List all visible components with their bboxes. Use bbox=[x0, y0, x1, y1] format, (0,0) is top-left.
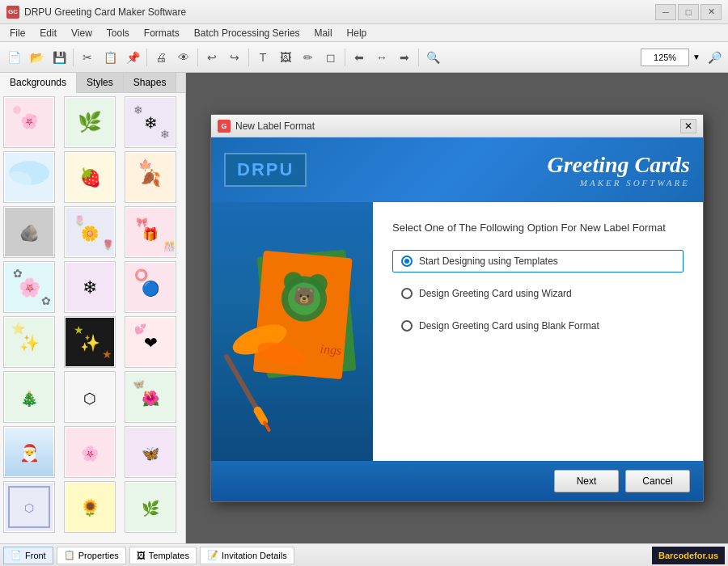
bg-thumb-21[interactable]: 🦋 bbox=[125, 426, 176, 478]
new-label-modal: G New Label Format ✕ DRPU Greeting Cards… bbox=[210, 114, 704, 502]
align-center[interactable]: ↔ bbox=[371, 47, 392, 68]
templates-label: Templates bbox=[149, 551, 189, 560]
bg-thumb-9[interactable]: 🎁 🎀 🎊 bbox=[125, 206, 176, 258]
text-button[interactable]: T bbox=[252, 47, 273, 68]
barcode-logo: Barcodefor.us bbox=[652, 547, 725, 564]
paste-button[interactable]: 📌 bbox=[122, 47, 143, 68]
svg-text:🌺: 🌺 bbox=[142, 390, 160, 408]
menu-file[interactable]: File bbox=[3, 26, 32, 40]
modal-footer: Next Cancel bbox=[211, 461, 703, 501]
minimize-button[interactable]: ─ bbox=[655, 4, 676, 20]
separator-3 bbox=[197, 49, 198, 66]
undo-button[interactable]: ↩ bbox=[201, 47, 222, 68]
title-bar: GC DRPU Greeting Card Maker Software ─ □… bbox=[0, 0, 728, 24]
svg-text:🦋: 🦋 bbox=[133, 378, 145, 390]
bg-thumb-23[interactable]: 🌻 bbox=[64, 481, 116, 533]
bg-thumb-15[interactable]: ❤ 💕 bbox=[125, 316, 176, 368]
radio-label-templates: Start Designing using Templates bbox=[419, 256, 558, 267]
menu-tools[interactable]: Tools bbox=[100, 26, 136, 40]
menu-bar: File Edit View Tools Formats Batch Proce… bbox=[0, 24, 728, 42]
banner-logo: DRPU bbox=[224, 153, 307, 187]
status-properties[interactable]: 📋 Properties bbox=[57, 547, 126, 564]
svg-text:🌿: 🌿 bbox=[142, 500, 160, 517]
shape-button[interactable]: ◻ bbox=[320, 47, 341, 68]
bg-thumb-13[interactable]: ✨ ⭐ bbox=[3, 316, 55, 368]
align-left[interactable]: ⬅ bbox=[349, 47, 370, 68]
menu-edit[interactable]: Edit bbox=[33, 26, 63, 40]
zoom-value[interactable]: 125% bbox=[641, 49, 689, 66]
bg-thumb-19[interactable]: 🎅 bbox=[3, 426, 55, 478]
redo-button[interactable]: ↪ bbox=[224, 47, 245, 68]
cancel-button[interactable]: Cancel bbox=[625, 470, 690, 492]
banner-sub-title: MAKER SOFTWARE bbox=[547, 178, 690, 188]
bg-thumb-6[interactable]: 🍂 🍁 bbox=[125, 151, 176, 203]
bg-thumb-7[interactable]: 🪨 bbox=[3, 206, 55, 258]
modal-close-button[interactable]: ✕ bbox=[680, 119, 696, 133]
close-button[interactable]: ✕ bbox=[700, 4, 722, 20]
bg-thumb-12[interactable]: 🔵 ⭕ bbox=[125, 261, 176, 313]
bg-thumb-20[interactable]: 🌸 bbox=[64, 426, 116, 478]
svg-text:⭕: ⭕ bbox=[134, 268, 149, 282]
modal-title-bar: G New Label Format ✕ bbox=[211, 115, 703, 137]
menu-help[interactable]: Help bbox=[341, 26, 374, 40]
next-button[interactable]: Next bbox=[554, 470, 619, 492]
bg-thumb-14[interactable]: ✨ ★ ★ bbox=[64, 316, 116, 368]
radio-circle-wizard bbox=[401, 288, 413, 299]
align-right[interactable]: ➡ bbox=[394, 47, 415, 68]
canvas-area: G New Label Format ✕ DRPU Greeting Cards… bbox=[186, 73, 728, 543]
save-button[interactable]: 💾 bbox=[49, 47, 70, 68]
radio-option-blank[interactable]: Design Greeting Card using Blank Format bbox=[392, 315, 684, 337]
menu-formats[interactable]: Formats bbox=[138, 26, 186, 40]
status-templates[interactable]: 🖼 Templates bbox=[129, 547, 197, 564]
new-button[interactable]: 📄 bbox=[3, 47, 24, 68]
status-front[interactable]: 📄 Front bbox=[3, 547, 53, 564]
svg-text:🌻: 🌻 bbox=[80, 498, 100, 517]
bg-thumb-16[interactable]: 🎄 bbox=[3, 371, 55, 423]
bg-thumb-5[interactable]: 🍓 bbox=[64, 151, 116, 203]
tab-shapes[interactable]: Shapes bbox=[124, 73, 177, 92]
zoom-in[interactable]: 🔍 bbox=[422, 47, 443, 68]
bg-thumb-22[interactable]: ⬡ bbox=[3, 481, 55, 533]
image-button[interactable]: 🖼 bbox=[275, 47, 296, 68]
bg-thumb-10[interactable]: 🌸 ✿ ✿ bbox=[3, 261, 55, 313]
radio-option-wizard[interactable]: Design Greeting Card using Wizard bbox=[392, 282, 684, 305]
bg-thumb-24[interactable]: 🌿 bbox=[125, 481, 176, 533]
status-invitation[interactable]: 📝 Invitation Details bbox=[200, 547, 294, 564]
svg-text:🌷: 🌷 bbox=[74, 214, 86, 226]
copy-button[interactable]: 📋 bbox=[99, 47, 121, 68]
menu-view[interactable]: View bbox=[65, 26, 99, 40]
draw-button[interactable]: ✏ bbox=[298, 47, 319, 68]
bg-thumb-1[interactable]: 🌸 bbox=[3, 96, 55, 148]
zoom-down-arrow[interactable]: ▼ bbox=[691, 53, 702, 61]
svg-text:🌸: 🌸 bbox=[81, 445, 99, 463]
modal-body: 🐻 ings bbox=[211, 202, 703, 461]
bg-thumb-18[interactable]: 🌺 🦋 bbox=[125, 371, 176, 423]
tab-styles[interactable]: Styles bbox=[77, 73, 124, 92]
svg-text:✿: ✿ bbox=[41, 294, 51, 307]
bg-thumb-11[interactable]: ❄ bbox=[64, 261, 116, 313]
panel-content: 🌸 🌿 ❄ ❄ ❄ bbox=[0, 93, 185, 543]
bg-thumb-2[interactable]: 🌿 bbox=[64, 96, 116, 148]
open-button[interactable]: 📂 bbox=[26, 47, 47, 68]
preview-button[interactable]: 👁 bbox=[173, 47, 194, 68]
banner-main-title: Greeting Cards bbox=[547, 152, 690, 178]
svg-text:★: ★ bbox=[74, 323, 84, 336]
bg-thumb-3[interactable]: ❄ ❄ ❄ bbox=[125, 96, 176, 148]
print-button[interactable]: 🖨 bbox=[150, 47, 171, 68]
svg-text:💕: 💕 bbox=[134, 323, 146, 335]
svg-text:✨: ✨ bbox=[19, 333, 40, 353]
bg-thumb-17[interactable]: ⬡ bbox=[64, 371, 116, 423]
bg-thumb-4[interactable] bbox=[3, 151, 55, 203]
menu-batch[interactable]: Batch Processing Series bbox=[188, 26, 307, 40]
bg-thumb-8[interactable]: 🌼 🌷 🌹 bbox=[64, 206, 116, 258]
radio-label-wizard: Design Greeting Card using Wizard bbox=[419, 288, 572, 299]
svg-text:🔵: 🔵 bbox=[142, 280, 160, 298]
cut-button[interactable]: ✂ bbox=[77, 47, 98, 68]
app-icon: GC bbox=[6, 6, 19, 19]
properties-icon: 📋 bbox=[64, 550, 75, 560]
menu-mail[interactable]: Mail bbox=[308, 26, 339, 40]
zoom-out[interactable]: 🔎 bbox=[704, 47, 725, 68]
maximize-button[interactable]: □ bbox=[678, 4, 699, 20]
radio-option-templates[interactable]: Start Designing using Templates bbox=[392, 250, 684, 272]
tab-backgrounds[interactable]: Backgrounds bbox=[0, 73, 77, 93]
